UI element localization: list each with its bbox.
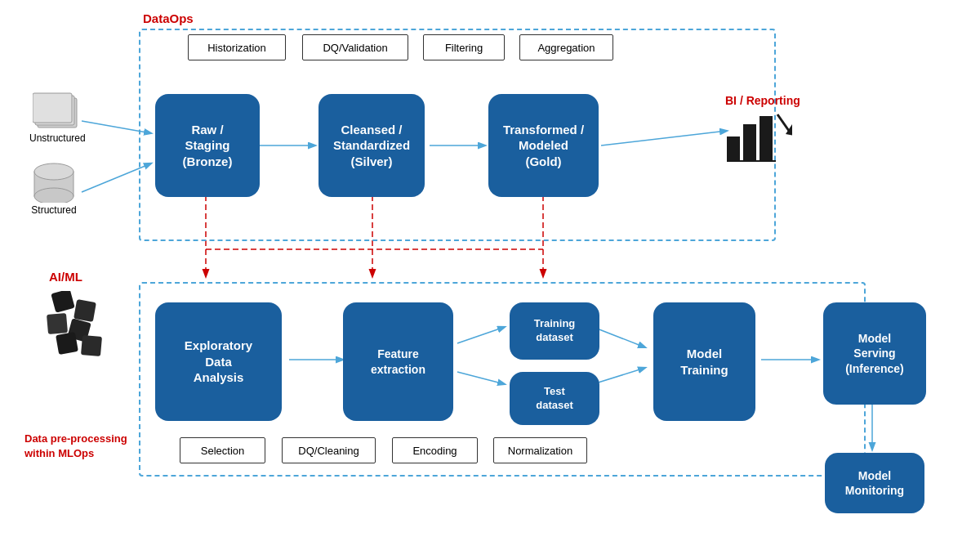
model-serving-box: Model Serving (Inference) — [823, 302, 926, 405]
svg-point-21 — [34, 188, 74, 203]
svg-rect-32 — [56, 332, 78, 355]
unstructured-source: Unstructured — [29, 90, 86, 144]
svg-point-20 — [34, 163, 74, 180]
historization-box: Historization — [188, 34, 286, 60]
filtering-box: Filtering — [423, 34, 505, 60]
bronze-box: Raw / Staging (Bronze) — [155, 94, 260, 197]
papers-icon — [33, 90, 82, 131]
aiml-icon — [41, 291, 114, 356]
training-dataset-box: Training dataset — [510, 302, 599, 360]
svg-rect-23 — [743, 124, 756, 161]
svg-rect-22 — [727, 136, 740, 161]
dq-cleaning-box: DQ/Cleaning — [282, 437, 376, 463]
dq-validation-box: DQ/Validation — [302, 34, 408, 60]
gold-box: Transformed / Modeled (Gold) — [488, 94, 599, 197]
encoding-box: Encoding — [392, 437, 478, 463]
silver-box: Cleansed / Standardized (Silver) — [318, 94, 425, 197]
svg-rect-30 — [47, 313, 68, 334]
normalization-box: Normalization — [493, 437, 587, 463]
svg-rect-18 — [33, 93, 72, 123]
bi-chart-icon — [727, 108, 792, 165]
bi-label: BI / Reporting — [725, 94, 800, 107]
diagram: DataOps Historization DQ/Validation Filt… — [0, 0, 980, 546]
model-monitoring-box: Model Monitoring — [825, 453, 924, 513]
svg-rect-28 — [51, 291, 74, 313]
model-training-box: Model Training — [653, 302, 755, 421]
dataops-label: DataOps — [143, 11, 194, 25]
mlops-label: Data pre-processingwithin MLOps — [24, 432, 127, 461]
eda-box: Exploratory Data Analysis — [155, 302, 282, 421]
aggregation-box: Aggregation — [519, 34, 613, 60]
test-dataset-box: Test dataset — [510, 372, 599, 425]
svg-rect-29 — [74, 299, 96, 322]
svg-rect-33 — [81, 335, 102, 356]
svg-line-25 — [777, 114, 789, 131]
feature-extraction-box: Feature extraction — [343, 302, 453, 421]
structured-source: Structured — [29, 162, 78, 216]
svg-rect-24 — [760, 116, 773, 161]
cylinder-icon — [29, 162, 78, 203]
aiml-label: AI/ML — [49, 270, 82, 284]
selection-box: Selection — [180, 437, 265, 463]
